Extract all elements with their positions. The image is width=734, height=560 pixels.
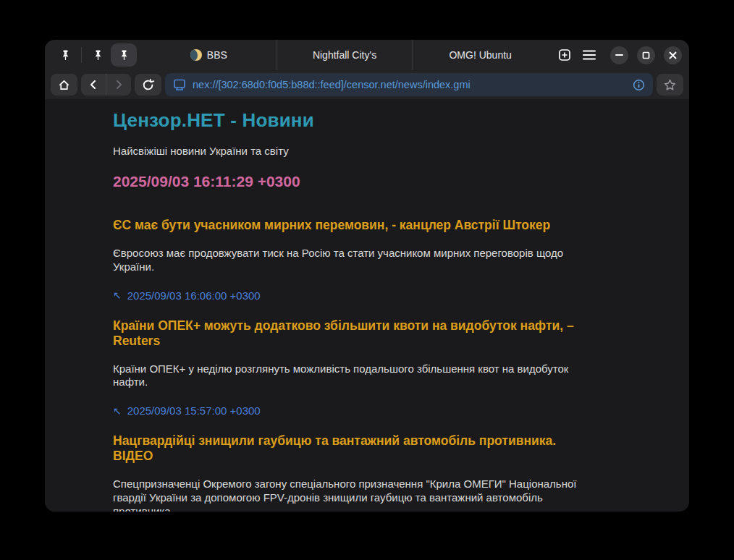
page-info-icon[interactable] — [632, 78, 646, 92]
reload-icon — [141, 78, 155, 92]
minimize-icon — [615, 54, 623, 56]
reload-button[interactable] — [135, 74, 161, 96]
news-article: Нацгвардійці знищили гаубицю та вантажни… — [113, 433, 581, 512]
divider — [81, 47, 82, 63]
article-timestamp-link[interactable]: ↖ 2025/09/03 16:06:00 +0300 — [113, 289, 581, 302]
article-heading: ЄС має бути учасником мирних перемовин, … — [113, 218, 581, 233]
star-icon — [663, 78, 677, 92]
pin-left-button[interactable] — [52, 43, 78, 67]
link-arrow-icon: ↖ — [113, 405, 122, 417]
pin-right-button-active[interactable] — [111, 43, 137, 67]
new-tab-button[interactable] — [552, 43, 577, 67]
article-timestamp-link[interactable]: ↖ 2025/09/03 15:57:00 +0300 — [113, 404, 581, 417]
moon-icon — [190, 49, 202, 61]
history-nav — [81, 74, 131, 96]
news-article: ЄС має бути учасником мирних перемовин, … — [113, 218, 581, 302]
tab-strip: BBS Nightfall City's OMG! Ubuntu — [141, 40, 548, 70]
maximize-button[interactable] — [637, 46, 655, 64]
article-summary: Країни ОПЕК+ у неділю розглянуть можливі… — [113, 362, 581, 390]
page-subtitle: Найсвіжіші новини України та світу — [113, 145, 581, 157]
timestamp-text: 2025/09/03 15:57:00 +0300 — [127, 404, 261, 417]
browser-window: BBS Nightfall City's OMG! Ubuntu — [45, 40, 689, 512]
link-arrow-icon: ↖ — [113, 289, 122, 301]
home-icon — [57, 78, 71, 92]
back-button[interactable] — [81, 74, 106, 96]
bookmark-button[interactable] — [657, 74, 683, 96]
close-button[interactable] — [664, 46, 682, 64]
maximize-icon — [642, 51, 650, 59]
tab-label: OMG! Ubuntu — [449, 49, 511, 61]
minimize-button[interactable] — [610, 46, 628, 64]
tab-nightfall-citys[interactable]: Nightfall City's — [277, 40, 413, 70]
article-heading: Нацгвардійці знищили гаубицю та вантажни… — [113, 433, 581, 464]
url-text: nex://[302:68d0:f0d5:b88d::feed]/censor.… — [193, 79, 626, 90]
pin-center-button[interactable] — [85, 43, 111, 67]
news-article: Країни ОПЕК+ можуть додатково збільшити … — [113, 318, 581, 417]
pushpin-icon — [59, 49, 72, 61]
navigation-toolbar: nex://[302:68d0:f0d5:b88d::feed]/censor.… — [45, 70, 689, 99]
home-button[interactable] — [51, 74, 77, 96]
pushpin-icon — [92, 49, 104, 61]
tab-bbs[interactable]: BBS — [141, 40, 277, 70]
tab-bar: BBS Nightfall City's OMG! Ubuntu — [45, 40, 689, 70]
tab-label: Nightfall City's — [313, 49, 376, 61]
article-summary: Спецпризначенці Окремого загону спеціаль… — [113, 478, 581, 512]
page-content: Цензор.НЕТ - Новини Найсвіжіші новини Ук… — [45, 99, 689, 512]
hamburger-icon — [582, 49, 596, 61]
article-summary: Євросоюз має продовжувати тиск на Росію … — [113, 247, 581, 274]
tab-label: BBS — [207, 49, 227, 61]
pushpin-icon — [118, 49, 130, 61]
tab-omg-ubuntu[interactable]: OMG! Ubuntu — [412, 40, 548, 70]
feed-updated-heading: 2025/09/03 16:11:29 +0300 — [113, 173, 581, 190]
terminal-monitor-icon — [172, 77, 187, 92]
close-icon — [669, 51, 677, 59]
plus-square-icon — [557, 48, 572, 62]
page-title: Цензор.НЕТ - Новини — [113, 109, 581, 132]
timestamp-text: 2025/09/03 16:06:00 +0300 — [127, 289, 261, 302]
url-input[interactable]: nex://[302:68d0:f0d5:b88d::feed]/censor.… — [165, 73, 653, 96]
window-controls — [610, 46, 682, 64]
forward-button[interactable] — [106, 74, 131, 96]
article-heading: Країни ОПЕК+ можуть додатково збільшити … — [113, 318, 581, 349]
back-icon — [88, 79, 99, 90]
forward-icon — [113, 79, 125, 90]
menu-button[interactable] — [577, 43, 602, 67]
